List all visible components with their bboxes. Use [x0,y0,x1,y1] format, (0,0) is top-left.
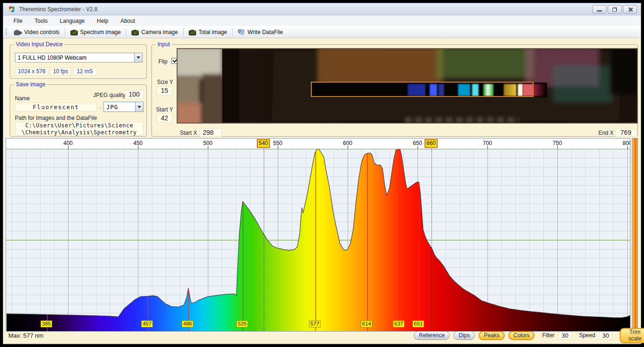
size-y-value[interactable]: 15 [157,86,172,95]
peak-wavelength-label: 525 [236,320,248,327]
video-camera-icon [14,29,22,35]
toolbar: Video controls Spectrum image [3,26,641,38]
menu-bar: File Tools Language Help About [3,16,641,26]
cursor-marker-label[interactable]: 660 [425,139,438,148]
minimize-icon [597,10,602,12]
resolution-value[interactable]: 1024 x 576 [15,67,48,76]
save-image-group: Save image JPEG quality 100 Name Fluores… [10,84,147,137]
flip-label: Flip [158,58,167,65]
menu-help[interactable]: Help [97,18,109,24]
total-image-label: Total image [199,29,227,35]
path-value[interactable]: C:\Users\User\Pictures\Science \Chemistr… [15,122,144,136]
trim-scale-button[interactable]: Trim scale [620,328,644,343]
save-image-group-title: Save image [14,81,47,88]
size-y-label: Size Y [157,79,173,85]
filter-label: Filter [542,332,555,339]
peaks-button[interactable]: Peaks [479,331,504,340]
camera-icon [131,29,139,35]
axis-tick-label: 550 [270,140,285,146]
axis-tick-label: 800 [620,140,630,146]
path-label: Path for Images and the DataFile [15,115,97,121]
chevron-down-icon [137,56,140,59]
axis-tick-label: 750 [550,140,565,146]
spectrum-selection-rectangle[interactable] [311,82,534,97]
status-bar: Max: 577 nm Reference Dips Peaks Colors … [0,329,644,341]
video-controls-label: Video controls [24,29,60,35]
spectrum-image-label: Spectrum image [80,29,121,35]
start-x-value[interactable]: 298 [199,128,222,137]
video-device-select[interactable]: 1 FULL HD 1080P Webcam [15,53,143,62]
toolbar-grip [6,28,7,36]
window-title: Theremino Spectrometer - V2.8 [19,6,97,13]
toolbar-separator [232,28,233,36]
colors-button[interactable]: Colors [508,331,535,340]
camera-image-label: Camera image [141,29,178,35]
menu-about[interactable]: About [120,18,135,24]
input-group-title: Input [156,41,172,48]
speed-label: Speed [579,332,596,339]
axis-tick-label: 450 [130,140,145,146]
close-button[interactable] [623,5,637,14]
toolbar-separator [65,28,65,36]
peak-wavelength-label: 385 [41,320,52,327]
spectrum-image-button[interactable]: Spectrum image [66,27,125,37]
restore-icon [612,7,617,12]
minimize-button[interactable] [592,5,606,14]
axis-tick-label: 600 [340,140,355,146]
fps-value[interactable]: 10 fps [50,67,71,76]
write-datafile-label: Write DataFile [247,29,283,35]
camera-image-button[interactable]: Camera image [127,27,182,37]
end-x-value[interactable]: 769 [615,128,637,137]
peak-wavelength-label: 637 [393,320,404,327]
video-controls-button[interactable]: Video controls [10,27,64,37]
axis-tick-label: 500 [200,140,215,146]
toolbar-separator [183,28,184,36]
menu-tools[interactable]: Tools [34,18,48,24]
path-line-1: C:\Users\User\Pictures\Science [15,122,143,129]
start-y-value[interactable]: 42 [157,114,172,123]
exposure-value[interactable]: 12 mS [73,67,97,76]
axis-tick-label: 400 [61,140,75,146]
write-datafile-button[interactable]: Write DataFile [233,27,287,37]
total-image-button[interactable]: Total image [185,27,231,37]
axis-tick-label: 700 [480,140,495,146]
dips-button[interactable]: Dips [453,331,475,340]
peak-wavelength-label: 486 [182,320,193,327]
peak-wavelength-label: 614 [361,320,372,327]
filter-value[interactable]: 30 [558,332,572,340]
restore-button[interactable] [608,5,622,14]
start-x-label: Start X [180,130,197,136]
camera-icon [189,29,196,35]
app-logo-icon [8,6,15,13]
format-value: JPG [104,104,135,111]
reference-button[interactable]: Reference [414,331,450,340]
format-select[interactable]: JPG [103,102,144,112]
title-bar[interactable]: Theremino Spectrometer - V2.8 [3,3,641,15]
menu-language[interactable]: Language [60,18,84,24]
scroll-icon [238,29,245,35]
peak-wavelength-label: 651 [412,320,424,327]
cursor-marker-label[interactable]: 540 [257,139,270,148]
dropdown-button[interactable] [134,53,142,62]
speed-value[interactable]: 30 [599,332,612,340]
start-y-label: Start Y [156,106,173,113]
spectrum-chart[interactable]: 400450500550600650700750800 540660385457… [6,138,630,332]
jpeg-quality-value[interactable]: 100 [125,90,144,99]
camera-icon [70,29,78,35]
path-line-2: \Chemistry\Analysis\Spectrometry [15,129,143,136]
dot-separator: . [100,104,101,110]
peak-wavelength-label: 577 [309,320,321,327]
spectrum-plot[interactable] [6,149,630,332]
video-input-group-title: Video Input Device [14,41,65,48]
jpeg-quality-label: JPEG quality [93,92,125,98]
filename-input[interactable]: Fluorescent [15,103,97,111]
scale-slider[interactable] [632,138,638,332]
menu-file[interactable]: File [14,18,22,24]
video-device-value: 1 FULL HD 1080P Webcam [15,55,134,61]
video-input-group: Video Input Device 1 FULL HD 1080P Webca… [10,44,147,79]
wavelength-axis: 400450500550600650700750800 [6,139,630,149]
chevron-down-icon [137,106,141,108]
toolbar-separator [126,28,126,36]
max-peak-readout: Max: 577 nm [8,332,43,339]
dropdown-button[interactable] [135,102,143,111]
